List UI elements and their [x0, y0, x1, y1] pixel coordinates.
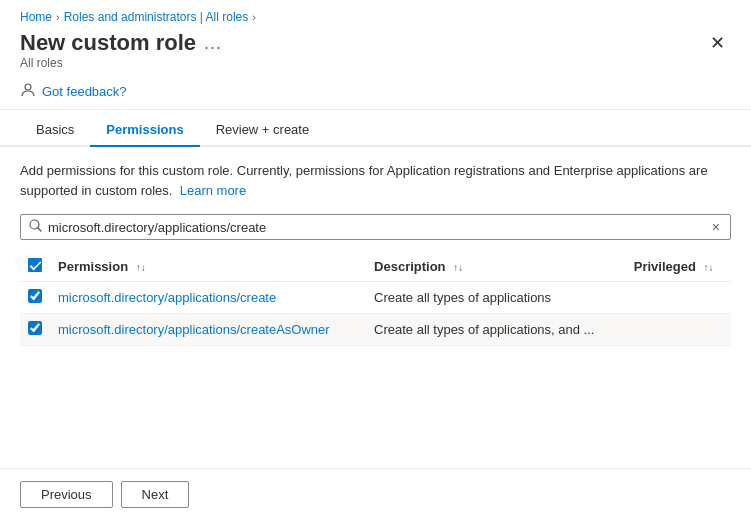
- info-text: Add permissions for this custom role. Cu…: [20, 161, 731, 200]
- row2-permission-cell: microsoft.directory/applications/createA…: [50, 314, 366, 346]
- row1-permission-link[interactable]: microsoft.directory/applications/create: [58, 290, 276, 305]
- svg-line-2: [38, 228, 41, 231]
- tabs: Basics Permissions Review + create: [0, 114, 751, 147]
- feedback-link[interactable]: Got feedback?: [42, 84, 127, 99]
- privileged-column-header[interactable]: Privileged ↑↓: [626, 252, 731, 282]
- row1-permission-cell: microsoft.directory/applications/create: [50, 282, 366, 314]
- search-icon: [29, 219, 42, 235]
- info-text-content: Add permissions for this custom role. Cu…: [20, 163, 708, 198]
- footer: Previous Next: [0, 468, 751, 520]
- tab-review-create[interactable]: Review + create: [200, 114, 326, 147]
- breadcrumb-sep2: ›: [252, 11, 256, 23]
- table-header-row: Permission ↑↓ Description ↑↓ Privileged …: [20, 252, 731, 282]
- breadcrumb-roles-link[interactable]: Roles and administrators | All roles: [64, 10, 249, 24]
- search-clear-button[interactable]: ×: [710, 219, 722, 235]
- permissions-table: Permission ↑↓ Description ↑↓ Privileged …: [20, 252, 731, 346]
- select-all-header[interactable]: [20, 252, 50, 282]
- row2-checkbox[interactable]: [28, 321, 42, 335]
- row1-privileged-cell: [626, 282, 731, 314]
- row1-description-cell: Create all types of applications: [366, 282, 626, 314]
- description-sort-icon: ↑↓: [453, 262, 463, 273]
- title-left: New custom role ...: [20, 30, 222, 56]
- privileged-sort-icon: ↑↓: [704, 262, 714, 273]
- search-box: ×: [20, 214, 731, 240]
- more-options-button[interactable]: ...: [204, 33, 222, 54]
- next-button[interactable]: Next: [121, 481, 190, 508]
- row1-description: Create all types of applications: [374, 290, 551, 305]
- permission-sort-icon: ↑↓: [136, 262, 146, 273]
- row2-description: Create all types of applications, and ..…: [374, 322, 594, 337]
- main-content: Add permissions for this custom role. Cu…: [0, 147, 751, 468]
- permission-column-header[interactable]: Permission ↑↓: [50, 252, 366, 282]
- tab-permissions[interactable]: Permissions: [90, 114, 199, 147]
- row2-description-cell: Create all types of applications, and ..…: [366, 314, 626, 346]
- row1-checkbox[interactable]: [28, 289, 42, 303]
- table-row: microsoft.directory/applications/create …: [20, 282, 731, 314]
- breadcrumb-home[interactable]: Home: [20, 10, 52, 24]
- title-row: New custom role ... ✕: [0, 28, 751, 56]
- row2-permission-link[interactable]: microsoft.directory/applications/createA…: [58, 322, 330, 337]
- row1-select-cell: [20, 282, 50, 314]
- row2-select-cell: [20, 314, 50, 346]
- table-row: microsoft.directory/applications/createA…: [20, 314, 731, 346]
- previous-button[interactable]: Previous: [20, 481, 113, 508]
- row2-privileged-cell: [626, 314, 731, 346]
- close-button[interactable]: ✕: [704, 30, 731, 56]
- panel: Home › Roles and administrators | All ro…: [0, 0, 751, 520]
- search-input[interactable]: [48, 220, 704, 235]
- description-column-header[interactable]: Description ↑↓: [366, 252, 626, 282]
- tab-basics[interactable]: Basics: [20, 114, 90, 147]
- page-title: New custom role: [20, 30, 196, 56]
- learn-more-link[interactable]: Learn more: [180, 183, 246, 198]
- select-all-checkbox[interactable]: [28, 258, 42, 272]
- feedback-row: Got feedback?: [0, 74, 751, 110]
- subtitle: All roles: [0, 56, 751, 74]
- svg-point-0: [25, 84, 31, 90]
- breadcrumb: Home › Roles and administrators | All ro…: [0, 0, 751, 28]
- feedback-icon: [20, 82, 36, 101]
- breadcrumb-sep1: ›: [56, 11, 60, 23]
